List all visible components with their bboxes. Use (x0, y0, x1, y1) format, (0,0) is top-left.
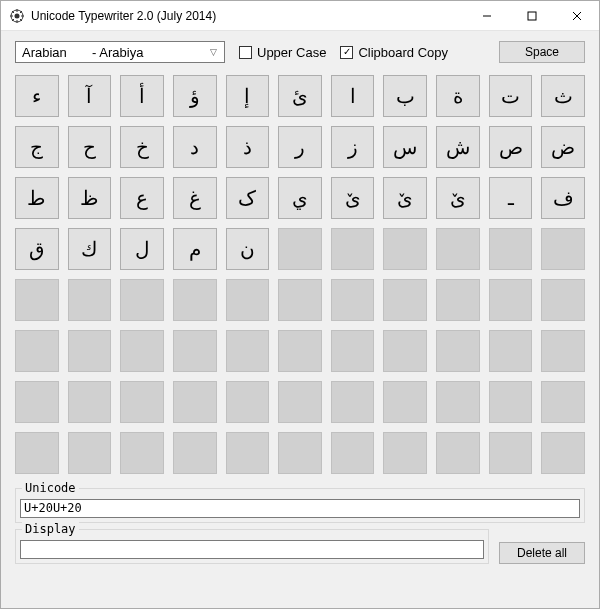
key-char[interactable]: أ (120, 75, 164, 117)
key-char[interactable]: آ (68, 75, 112, 117)
key-char[interactable]: ظ (68, 177, 112, 219)
clipboard-checkbox[interactable]: ✓ Clipboard Copy (340, 45, 448, 60)
key-empty (436, 432, 480, 474)
key-empty (436, 330, 480, 372)
key-empty (541, 228, 585, 270)
key-char[interactable]: ێ (331, 177, 375, 219)
key-char[interactable]: ـ (489, 177, 533, 219)
key-empty (278, 432, 322, 474)
key-empty (331, 228, 375, 270)
key-empty (15, 279, 59, 321)
key-empty (331, 432, 375, 474)
key-empty (120, 432, 164, 474)
key-empty (541, 330, 585, 372)
key-char[interactable]: ت (489, 75, 533, 117)
key-empty (68, 381, 112, 423)
key-char[interactable]: ف (541, 177, 585, 219)
key-empty (68, 330, 112, 372)
key-char[interactable]: ذ (226, 126, 270, 168)
app-window: Unicode Typewriter 2.0 (July 2014) Arabi… (0, 0, 600, 609)
key-char[interactable]: ض (541, 126, 585, 168)
bottom-row: Display Delete all (15, 529, 585, 564)
key-char[interactable]: ر (278, 126, 322, 168)
key-empty (383, 432, 427, 474)
key-char[interactable]: س (383, 126, 427, 168)
key-char[interactable]: ش (436, 126, 480, 168)
clipboard-label: Clipboard Copy (358, 45, 448, 60)
key-empty (436, 381, 480, 423)
checkbox-box: ✓ (340, 46, 353, 59)
titlebar: Unicode Typewriter 2.0 (July 2014) (1, 1, 599, 31)
key-char[interactable]: م (173, 228, 217, 270)
language-select[interactable]: Arabian - Arabiya ▽ (15, 41, 225, 63)
key-empty (173, 279, 217, 321)
key-empty (489, 330, 533, 372)
key-empty (383, 279, 427, 321)
display-fieldset: Display (15, 529, 489, 564)
key-empty (226, 381, 270, 423)
key-empty (120, 381, 164, 423)
toolbar: Arabian - Arabiya ▽ Upper Case ✓ Clipboa… (15, 41, 585, 63)
key-char[interactable]: إ (226, 75, 270, 117)
key-char[interactable]: ێ (383, 177, 427, 219)
display-input[interactable] (20, 540, 484, 559)
key-char[interactable]: ا (331, 75, 375, 117)
key-empty (331, 330, 375, 372)
key-empty (436, 279, 480, 321)
key-empty (173, 432, 217, 474)
key-empty (173, 381, 217, 423)
client-area: Arabian - Arabiya ▽ Upper Case ✓ Clipboa… (1, 31, 599, 608)
key-empty (489, 381, 533, 423)
key-char[interactable]: ج (15, 126, 59, 168)
key-char[interactable]: ص (489, 126, 533, 168)
key-empty (278, 381, 322, 423)
uppercase-checkbox[interactable]: Upper Case (239, 45, 326, 60)
key-empty (331, 381, 375, 423)
svg-rect-11 (528, 12, 536, 20)
key-char[interactable]: خ (120, 126, 164, 168)
key-empty (489, 279, 533, 321)
svg-point-1 (15, 13, 20, 18)
key-char[interactable]: غ (173, 177, 217, 219)
close-button[interactable] (554, 1, 599, 30)
key-char[interactable]: ة (436, 75, 480, 117)
key-empty (541, 432, 585, 474)
app-icon (9, 8, 25, 24)
key-char[interactable]: ك (68, 228, 112, 270)
key-char[interactable]: ێ (436, 177, 480, 219)
delete-all-button[interactable]: Delete all (499, 542, 585, 564)
key-char[interactable]: ع (120, 177, 164, 219)
minimize-button[interactable] (464, 1, 509, 30)
key-char[interactable]: ء (15, 75, 59, 117)
key-empty (436, 228, 480, 270)
uppercase-label: Upper Case (257, 45, 326, 60)
maximize-button[interactable] (509, 1, 554, 30)
key-empty (68, 432, 112, 474)
key-char[interactable]: ز (331, 126, 375, 168)
key-char[interactable]: ن (226, 228, 270, 270)
key-grid: ءآأؤإئابةتثجحخدذرزسشصضطظعغکيێێێـفقكلمن (15, 75, 585, 474)
key-empty (541, 381, 585, 423)
key-char[interactable]: د (173, 126, 217, 168)
key-empty (489, 228, 533, 270)
key-empty (226, 432, 270, 474)
key-empty (15, 381, 59, 423)
unicode-fieldset: Unicode U+20U+20 (15, 488, 585, 523)
key-char[interactable]: ط (15, 177, 59, 219)
key-empty (278, 330, 322, 372)
key-char[interactable]: ئ (278, 75, 322, 117)
key-char[interactable]: ق (15, 228, 59, 270)
space-button[interactable]: Space (499, 41, 585, 63)
key-char[interactable]: ي (278, 177, 322, 219)
key-char[interactable]: ث (541, 75, 585, 117)
unicode-input[interactable]: U+20U+20 (20, 499, 580, 518)
key-empty (120, 330, 164, 372)
key-char[interactable]: ب (383, 75, 427, 117)
checkbox-box (239, 46, 252, 59)
key-char[interactable]: ک (226, 177, 270, 219)
key-empty (383, 330, 427, 372)
key-char[interactable]: ح (68, 126, 112, 168)
key-char[interactable]: ؤ (173, 75, 217, 117)
display-label: Display (22, 522, 79, 536)
key-char[interactable]: ل (120, 228, 164, 270)
